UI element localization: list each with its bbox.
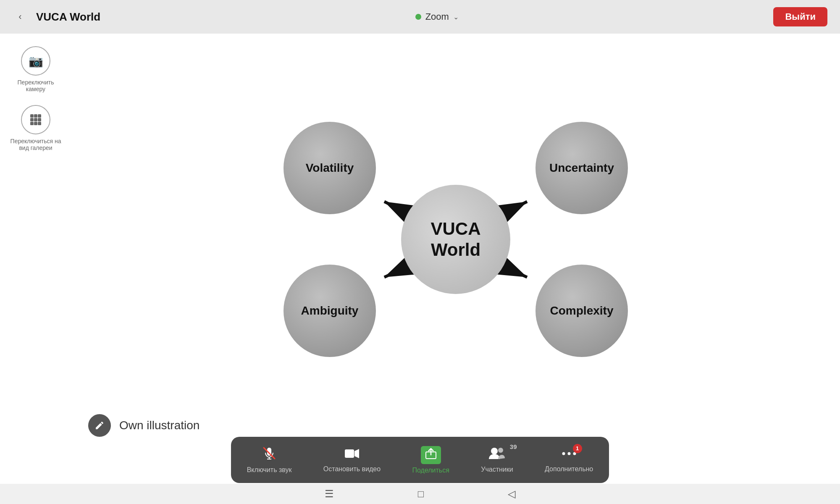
exit-button[interactable]: Выйти bbox=[773, 7, 827, 26]
svg-point-26 bbox=[498, 448, 503, 453]
mic-label: Включить звук bbox=[247, 466, 292, 474]
mic-button[interactable]: Включить звук bbox=[247, 446, 292, 474]
gallery-icon bbox=[21, 105, 50, 134]
top-left: ‹ VUCA World bbox=[13, 9, 100, 24]
caption-area: Own illustration bbox=[71, 406, 216, 445]
switch-camera-button[interactable]: 📷 Переключить камеру bbox=[8, 46, 63, 92]
more-icon: 1 bbox=[561, 447, 577, 463]
center-line2: World bbox=[431, 239, 480, 260]
mic-icon bbox=[262, 446, 276, 464]
gallery-view-label: Переключиться на вид галереи bbox=[8, 138, 63, 151]
zoom-indicator: Zoom ⌄ bbox=[415, 11, 459, 22]
more-label: Дополнительно bbox=[545, 465, 593, 473]
complexity-circle: Complexity bbox=[536, 265, 628, 357]
edit-button[interactable] bbox=[88, 414, 111, 437]
participants-button[interactable]: 39 Участники bbox=[481, 446, 513, 473]
zoom-label: Zoom bbox=[425, 11, 449, 22]
video-icon bbox=[344, 447, 360, 463]
share-button[interactable]: Поделиться bbox=[412, 446, 449, 474]
nav-back-icon[interactable]: ◁ bbox=[508, 488, 515, 500]
vuca-diagram: VUCA World Volatility Uncertainty Ambigu… bbox=[267, 113, 645, 365]
svg-point-28 bbox=[567, 452, 570, 455]
main-content: VUCA World Volatility Uncertainty Ambigu… bbox=[71, 34, 840, 445]
svg-rect-5 bbox=[38, 118, 41, 121]
switch-camera-label: Переключить камеру bbox=[8, 79, 63, 92]
svg-rect-4 bbox=[34, 118, 37, 121]
ambiguity-circle: Ambiguity bbox=[284, 265, 376, 357]
bottom-nav: ☰ □ ◁ bbox=[0, 484, 840, 504]
participants-label: Участники bbox=[481, 466, 513, 473]
back-button[interactable]: ‹ bbox=[13, 9, 28, 24]
svg-rect-21 bbox=[345, 449, 354, 458]
svg-rect-1 bbox=[34, 114, 37, 118]
video-label: Остановить видео bbox=[323, 465, 381, 473]
participants-icon: 39 bbox=[489, 446, 505, 463]
share-icon bbox=[421, 446, 441, 464]
more-badge: 1 bbox=[573, 444, 582, 453]
nav-menu-icon[interactable]: ☰ bbox=[325, 488, 334, 500]
ambiguity-label: Ambiguity bbox=[301, 304, 359, 318]
svg-rect-2 bbox=[38, 114, 41, 118]
zoom-status-dot bbox=[415, 14, 421, 20]
top-bar: ‹ VUCA World Zoom ⌄ Выйти bbox=[0, 0, 840, 34]
svg-point-27 bbox=[562, 452, 565, 455]
volatility-circle: Volatility bbox=[284, 122, 376, 214]
svg-rect-6 bbox=[30, 122, 34, 125]
svg-point-25 bbox=[491, 448, 498, 454]
uncertainty-circle: Uncertainty bbox=[536, 122, 628, 214]
volatility-label: Volatility bbox=[306, 161, 354, 175]
participants-count: 39 bbox=[510, 443, 517, 450]
svg-rect-7 bbox=[34, 122, 37, 125]
camera-icon: 📷 bbox=[21, 46, 50, 76]
left-sidebar: 📷 Переключить камеру Переключиться на ви… bbox=[0, 34, 71, 151]
uncertainty-label: Uncertainty bbox=[549, 161, 614, 175]
presentation-title: VUCA World bbox=[36, 10, 100, 24]
svg-rect-3 bbox=[30, 118, 34, 121]
video-button[interactable]: Остановить видео bbox=[323, 447, 381, 473]
bottom-toolbar: Включить звук Остановить видео Поделитьс… bbox=[231, 437, 609, 483]
svg-rect-8 bbox=[38, 122, 41, 125]
caption-text: Own illustration bbox=[119, 419, 200, 432]
nav-home-icon[interactable]: □ bbox=[418, 488, 424, 500]
center-circle: VUCA World bbox=[401, 185, 510, 294]
complexity-label: Complexity bbox=[550, 304, 614, 318]
share-label: Поделиться bbox=[412, 467, 449, 474]
gallery-view-button[interactable]: Переключиться на вид галереи bbox=[8, 105, 63, 151]
svg-marker-22 bbox=[354, 449, 359, 458]
svg-rect-0 bbox=[30, 114, 34, 118]
center-line1: VUCA bbox=[430, 218, 480, 239]
more-button[interactable]: 1 Дополнительно bbox=[545, 447, 593, 473]
zoom-chevron-icon: ⌄ bbox=[453, 13, 459, 21]
